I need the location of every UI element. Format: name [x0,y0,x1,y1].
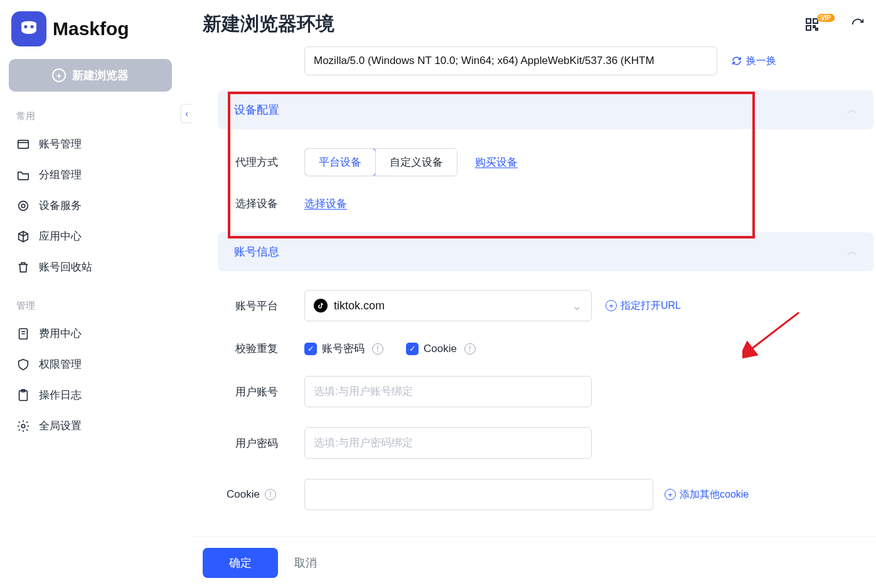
tiktok-icon [314,299,328,313]
section-account-title: 账号信息 [234,244,279,259]
check-cookie[interactable]: ✓ Cookie ! [406,343,476,355]
proxy-row: 代理方式 平台设备 自定义设备 购买设备 [235,138,876,186]
page-header: 新建浏览器环境 VIP [191,0,876,42]
svg-point-0 [24,25,27,28]
user-account-input[interactable] [304,376,592,407]
sidebar-item-recycle[interactable]: 账号回收站 [9,252,183,282]
sidebar: Maskfog + 新建浏览器 ‹ 常用 账号管理 分组管理 设备服务 应用中心… [0,0,191,588]
sidebar-item-billing[interactable]: 费用中心 [9,318,183,349]
platform-row: 账号平台 tiktok.com ⌄ + 指定打开URL [235,280,876,331]
svg-rect-13 [816,28,818,30]
main: 新建浏览器环境 VIP Mozilla/5.0 (Windows NT 10.0… [191,0,876,588]
section-device-body: 代理方式 平台设备 自定义设备 购买设备 选择设备 选择设备 [203,129,876,227]
svg-point-1 [31,25,34,28]
info-icon: ! [372,343,383,355]
receipt-icon [16,327,30,341]
sidebar-group-manage: 管理 [9,296,183,318]
svg-point-8 [21,424,25,428]
proxy-segmented: 平台设备 自定义设备 [304,148,457,176]
sidebar-item-permissions[interactable]: 权限管理 [9,349,183,380]
user-password-row: 用户密码 [235,417,876,469]
user-password-input[interactable] [304,427,592,459]
user-account-label: 用户账号 [235,385,304,399]
user-agent-input[interactable]: Mozilla/5.0 (Windows NT 10.0; Win64; x64… [304,46,717,75]
checkbox-checked-icon: ✓ [406,343,419,355]
brand-name: Maskfog [53,18,129,40]
location-icon [16,199,30,213]
svg-point-3 [19,201,28,210]
refresh-icon [851,18,865,31]
sidebar-group-common: 常用 [9,107,183,129]
new-browser-button[interactable]: + 新建浏览器 [9,59,172,92]
chevron-up-icon: ︿ [847,104,857,117]
select-device-link[interactable]: 选择设备 [304,196,347,211]
chevron-left-icon: ‹ [185,109,188,119]
select-device-label: 选择设备 [235,196,304,211]
cookie-input[interactable] [304,479,653,510]
section-account-body: 账号平台 tiktok.com ⌄ + 指定打开URL 校验重复 ✓ 账号密码 [203,271,876,519]
new-browser-label: 新建浏览器 [72,68,129,83]
folder-icon [16,137,30,151]
svg-rect-9 [806,19,811,23]
specify-url-link[interactable]: + 指定打开URL [606,299,681,313]
header-actions: VIP [804,17,865,32]
folder-open-icon [16,168,30,182]
add-cookie-link[interactable]: + 添加其他cookie [665,488,749,501]
chevron-down-icon: ⌄ [572,298,582,313]
platform-select[interactable]: tiktok.com ⌄ [304,290,592,321]
logo-row: Maskfog [9,8,183,56]
page-title: 新建浏览器环境 [203,11,334,37]
svg-rect-2 [18,140,29,148]
select-device-row: 选择设备 选择设备 [235,186,876,221]
svg-point-4 [21,204,25,208]
proxy-label: 代理方式 [235,155,304,169]
shield-icon [16,358,30,372]
section-device-header[interactable]: 设备配置 ︿ [218,90,873,129]
info-icon: ! [464,343,476,355]
user-account-row: 用户账号 [235,366,876,417]
seg-platform-device[interactable]: 平台设备 [304,148,376,176]
platform-value: tiktok.com [334,299,565,313]
plus-circle-icon: + [665,489,676,500]
sidebar-collapse-toggle[interactable]: ‹ [181,104,192,123]
chevron-up-icon: ︿ [847,245,857,259]
sidebar-item-logs[interactable]: 操作日志 [9,380,183,410]
ua-row: Mozilla/5.0 (Windows NT 10.0; Win64; x64… [304,40,876,85]
vip-badge: VIP [817,14,835,22]
checkbox-checked-icon: ✓ [304,343,317,355]
plus-icon: + [52,68,66,82]
seg-custom-device[interactable]: 自定义设备 [375,149,457,176]
platform-label: 账号平台 [235,299,304,313]
confirm-button[interactable]: 确定 [203,548,278,578]
app-logo [11,11,46,46]
sidebar-item-settings[interactable]: 全局设置 [9,410,183,441]
svg-rect-11 [806,26,811,30]
footer: 确定 取消 [191,537,876,588]
cookie-row: Cookie ! + 添加其他cookie [227,469,876,519]
sidebar-item-apps[interactable]: 应用中心 [9,221,183,252]
cube-icon [16,230,30,243]
cookie-label: Cookie ! [227,488,304,501]
info-icon: ! [265,489,276,500]
sidebar-item-accounts[interactable]: 账号管理 [9,129,183,159]
content: Mozilla/5.0 (Windows NT 10.0; Win64; x64… [203,40,876,519]
qr-button[interactable]: VIP [804,17,837,32]
trash-icon [16,260,30,274]
refresh-icon [731,55,742,67]
section-device-title: 设备配置 [234,102,279,117]
plus-circle-icon: + [606,300,617,311]
svg-rect-12 [813,26,815,28]
ua-refresh-link[interactable]: 换一换 [731,55,776,68]
section-account-header[interactable]: 账号信息 ︿ [218,232,873,271]
sidebar-item-device[interactable]: 设备服务 [9,190,183,221]
sidebar-item-groups[interactable]: 分组管理 [9,159,183,190]
buy-device-link[interactable]: 购买设备 [475,155,518,169]
user-password-label: 用户密码 [235,436,304,451]
check-account-password[interactable]: ✓ 账号密码 ! [304,341,383,356]
refresh-header-button[interactable] [851,18,865,31]
clipboard-icon [16,388,30,402]
gear-icon [16,419,30,433]
dup-check-label: 校验重复 [235,341,304,356]
dup-check-row: 校验重复 ✓ 账号密码 ! ✓ Cookie ! [235,331,876,366]
cancel-button[interactable]: 取消 [294,555,317,570]
